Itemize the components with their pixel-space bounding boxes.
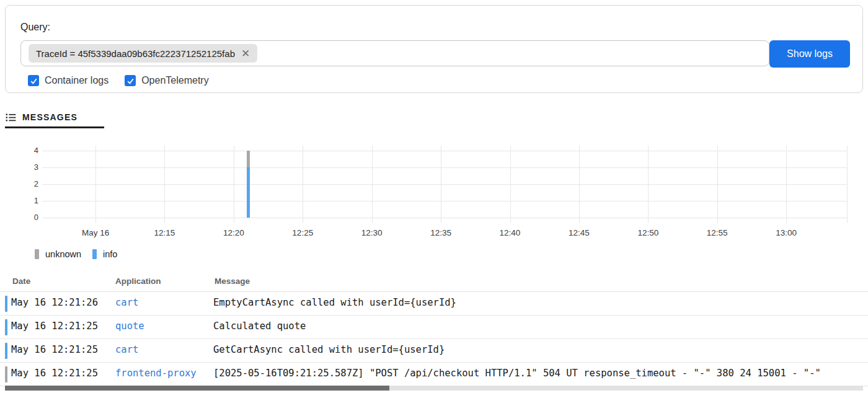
severity-indicator-info [5, 319, 7, 335]
table-row[interactable]: May 16 12:21:26cartEmptyCartAsync called… [0, 292, 868, 316]
table-row[interactable]: May 16 12:21:25frontend-proxy[2025-05-16… [0, 363, 868, 386]
column-header-application: Application [115, 276, 161, 286]
x-axis-tick-label: 12:35 [413, 228, 469, 237]
show-logs-button[interactable]: Show logs [769, 40, 850, 68]
legend-label: info [103, 249, 117, 259]
x-axis-tick-label: 12:55 [689, 228, 745, 237]
x-axis-tick-label: 12:15 [136, 228, 192, 237]
x-gridline [372, 146, 373, 223]
horizontal-scrollbar-thumb[interactable] [5, 386, 389, 391]
checkbox-label: Container logs [45, 75, 108, 86]
x-gridline [164, 146, 165, 223]
tab-messages[interactable]: MESSAGES [5, 107, 104, 128]
log-table: Date Application Message May 16 12:21:26… [0, 272, 868, 386]
log-rows: May 16 12:21:26cartEmptyCartAsync called… [0, 292, 868, 386]
tab-messages-label: MESSAGES [22, 112, 78, 122]
x-axis-tick-label: 12:45 [551, 228, 607, 237]
checkbox-container-logs[interactable]: Container logs [28, 75, 108, 86]
y-axis-tick-label: 0 [20, 213, 38, 222]
x-gridline [648, 146, 649, 223]
application-link[interactable]: cart [115, 344, 138, 355]
y-gridline [42, 167, 847, 168]
y-axis-tick-label: 2 [20, 179, 38, 188]
severity-indicator-info [5, 343, 7, 359]
query-input[interactable]: TraceId = 45f5339daa09b63fc222371252125f… [20, 40, 769, 66]
x-axis-tick-label: 13:00 [758, 228, 814, 237]
legend-item-info[interactable]: info [92, 249, 117, 259]
application-link[interactable]: quote [115, 321, 144, 332]
cell-message: EmptyCartAsync called with userId={userI… [213, 297, 456, 308]
cell-message: [2025-05-16T09:21:25.587Z] "POST /api/ch… [213, 368, 821, 379]
checkbox-checked-icon[interactable] [28, 75, 39, 86]
cell-message: Calculated quote [213, 321, 306, 332]
x-gridline [303, 146, 303, 223]
log-source-checkboxes: Container logs OpenTelemetry [28, 75, 209, 86]
y-gridline [42, 184, 847, 185]
cell-date: May 16 12:21:25 [11, 321, 98, 332]
checkbox-opentelemetry[interactable]: OpenTelemetry [125, 75, 209, 86]
list-icon [5, 112, 17, 123]
query-panel: Query: TraceId = 45f5339daa09b63fc222371… [5, 5, 863, 93]
table-header-row: Date Application Message [0, 272, 868, 292]
filter-chip-text: TraceId = 45f5339daa09b63fc222371252125f… [36, 48, 235, 59]
y-axis-tick-label: 4 [20, 146, 38, 155]
y-axis-tick-label: 3 [20, 162, 38, 172]
table-row[interactable]: May 16 12:21:25cartGetCartAsync called w… [0, 339, 868, 363]
legend-item-unknown[interactable]: unknown [35, 249, 81, 259]
y-gridline [42, 201, 847, 201]
bar-segment-info[interactable] [247, 167, 250, 218]
active-tab-indicator [5, 126, 104, 128]
bar-segment-unknown[interactable] [247, 151, 250, 167]
table-row[interactable]: May 16 12:21:25quoteCalculated quote [0, 316, 868, 339]
chart-right-edge [847, 146, 848, 223]
x-gridline [510, 146, 511, 223]
application-link[interactable]: frontend-proxy [115, 368, 197, 379]
x-gridline [579, 146, 580, 223]
cell-message: GetCartAsync called with userId={userId} [213, 344, 445, 355]
x-axis-tick-label: May 16 [68, 228, 123, 237]
legend-swatch [92, 249, 97, 259]
legend-label: unknown [45, 249, 81, 259]
cell-date: May 16 12:21:25 [11, 368, 98, 379]
column-header-message: Message [215, 276, 250, 286]
x-axis-tick-label: 12:30 [344, 228, 400, 237]
filter-chip[interactable]: TraceId = 45f5339daa09b63fc222371252125f… [29, 44, 257, 63]
legend-swatch [35, 249, 39, 259]
severity-indicator-info [5, 296, 7, 312]
x-gridline [234, 146, 234, 223]
x-gridline [717, 146, 718, 223]
x-axis-tick-label: 12:50 [620, 228, 676, 237]
y-gridline [42, 218, 847, 218]
y-gridline [42, 151, 847, 151]
column-header-date: Date [12, 276, 30, 286]
chart-legend: unknowninfo [35, 249, 117, 259]
horizontal-scrollbar-track[interactable] [5, 386, 863, 391]
application-link[interactable]: cart [115, 297, 138, 308]
x-gridline [95, 146, 96, 223]
cell-date: May 16 12:21:26 [11, 297, 98, 308]
x-axis-tick-label: 12:20 [206, 228, 262, 237]
log-histogram-chart[interactable]: 01234May 1612:1512:2012:2512:3012:3512:4… [0, 141, 868, 244]
x-gridline [786, 146, 787, 223]
x-axis-tick-label: 12:25 [275, 228, 330, 237]
x-gridline [441, 146, 441, 223]
y-axis-tick-label: 1 [20, 196, 38, 205]
checkbox-label: OpenTelemetry [141, 75, 209, 86]
query-label: Query: [20, 22, 50, 33]
close-icon[interactable]: ✕ [241, 48, 250, 59]
x-axis-tick-label: 12:40 [482, 228, 538, 237]
cell-date: May 16 12:21:25 [11, 344, 98, 355]
checkbox-checked-icon[interactable] [125, 75, 136, 86]
severity-indicator-unknown [5, 366, 7, 383]
